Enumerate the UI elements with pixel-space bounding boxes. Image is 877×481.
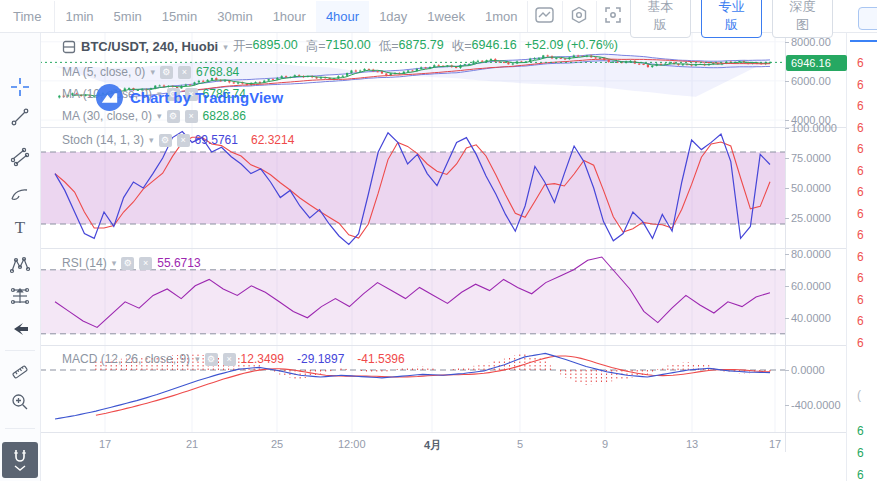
orderbook-ask-row[interactable]: 6 [857, 314, 864, 328]
screenshot-button[interactable] [596, 1, 630, 32]
time-tick: 13 [686, 438, 698, 450]
trend-line-tool[interactable] [10, 107, 30, 127]
rsi-tick: 60.0000 [791, 280, 831, 292]
xabcd-pattern-tool[interactable] [10, 255, 30, 275]
indicator-icon [535, 7, 554, 26]
depth-view-button[interactable]: 深度图 [772, 0, 833, 38]
macd-settings-button[interactable]: ⚙ [205, 353, 218, 366]
orderbook-bid-row[interactable]: 6 [857, 468, 864, 481]
ma30-value: 6828.86 [203, 109, 246, 123]
rsi-tick: 80.0000 [791, 248, 831, 260]
orderbook-ask-row[interactable]: 6 [857, 250, 864, 264]
time-tick: 21 [186, 438, 198, 450]
orderbook-ask-row[interactable]: 6 [857, 207, 864, 221]
high-value: 7150.00 [326, 38, 371, 55]
stoch-tick: 100.0000 [791, 122, 837, 134]
measure-tool[interactable] [10, 362, 30, 382]
time-axis-border [40, 432, 846, 433]
timeframe-5min[interactable]: 5min [104, 1, 152, 32]
chart-style-icon[interactable] [62, 40, 76, 54]
forecast-tool[interactable] [10, 286, 30, 306]
macd-tick: 0.0000 [791, 364, 825, 376]
macd-label: MACD (12, 26, close, 9) [62, 352, 190, 366]
orderbook-ask-row[interactable]: 6 [857, 164, 864, 178]
dropdown-caret-icon[interactable]: ▾ [157, 111, 162, 121]
timeframe-1mon[interactable]: 1mon [475, 1, 528, 32]
macd-signal-value: -41.5396 [357, 352, 404, 366]
orderbook-divider[interactable]: ( [857, 388, 861, 402]
macd-hist-value: 12.3499 [241, 352, 284, 366]
orderbook-ask-row[interactable]: 6 [857, 56, 864, 70]
ma5-legend: MA (5, close, 0) ▾ ⚙ × 6768.84 [62, 65, 239, 79]
orderbook-ask-row[interactable]: 6 [857, 228, 864, 242]
dropdown-caret-icon[interactable]: ▾ [150, 67, 155, 77]
timeframe-1day[interactable]: 1day [369, 1, 417, 32]
orderbook-ask-row[interactable]: 6 [857, 121, 864, 135]
text-tool[interactable]: T [10, 217, 30, 237]
ma30-legend: MA (30, close, 0) ▾ ⚙ × 6828.86 [62, 109, 246, 123]
orderbook-bid-row[interactable]: 6 [857, 424, 864, 438]
dropdown-caret-icon[interactable]: ▾ [223, 42, 228, 52]
strip-tab-underline [850, 40, 877, 42]
stoch-settings-button[interactable]: ⚙ [159, 134, 172, 147]
drawing-tools-sidebar: T [0, 32, 41, 481]
zoom-in-tool[interactable] [10, 392, 30, 412]
orderbook-ask-row[interactable]: 6 [857, 336, 864, 350]
tradingview-watermark[interactable]: Chart by TradingView [96, 84, 283, 111]
rsi-remove-button[interactable]: × [139, 257, 152, 270]
stoch-d-value: 62.3214 [251, 133, 294, 147]
ma30-remove-button[interactable]: × [185, 110, 198, 123]
time-tick: 5 [517, 438, 523, 450]
timeframe-1min[interactable]: 1min [55, 1, 103, 32]
rsi-value: 55.6713 [157, 256, 200, 270]
crosshair-icon [10, 77, 30, 97]
time-tick-month: 4月 [424, 438, 441, 453]
text-icon: T [10, 217, 30, 237]
top-toolbar: Time 1min 5min 15min 30min 1hour 4hour 1… [0, 0, 877, 33]
tradingview-logo-icon [96, 84, 123, 111]
orderbook-ask-row[interactable]: 6 [857, 99, 864, 113]
settings-button[interactable] [562, 1, 596, 32]
clipped-panel-button[interactable] [858, 7, 877, 30]
timeframe-15min[interactable]: 15min [152, 1, 207, 32]
time-tick: 25 [271, 438, 283, 450]
brush-tool[interactable] [10, 184, 30, 204]
orderbook-bid-row[interactable]: 6 [857, 446, 864, 460]
sidebar-divider [5, 350, 35, 351]
basic-view-button[interactable]: 基本版 [630, 0, 691, 38]
macd-remove-button[interactable]: × [223, 353, 236, 366]
orderbook-ask-row[interactable]: 6 [857, 293, 864, 307]
orderbook-ask-row[interactable]: 6 [857, 78, 864, 92]
screenshot-icon [604, 6, 622, 27]
orderbook-ask-row[interactable]: 6 [857, 142, 864, 156]
dropdown-caret-icon[interactable]: ▾ [112, 258, 117, 268]
dropdown-caret-icon[interactable]: ▾ [149, 135, 154, 145]
panel-divider[interactable] [40, 127, 846, 128]
panel-divider[interactable] [40, 345, 846, 346]
collapse-toolbar-button[interactable] [10, 319, 30, 339]
stoch-remove-button[interactable]: × [177, 134, 190, 147]
dropdown-caret-icon[interactable]: ▾ [195, 354, 200, 364]
pro-view-button[interactable]: 专业版 [701, 0, 762, 38]
fib-channel-tool[interactable] [10, 147, 30, 167]
stoch-tick: 75.0000 [791, 152, 831, 164]
timeframe-1hour[interactable]: 1hour [263, 1, 316, 32]
timeframe-30min[interactable]: 30min [207, 1, 262, 32]
ma5-settings-button[interactable]: ⚙ [160, 66, 173, 79]
open-label: 开= [233, 38, 253, 55]
ma30-settings-button[interactable]: ⚙ [167, 110, 180, 123]
timeframe-1week[interactable]: 1week [417, 1, 475, 32]
orderbook-ask-row[interactable]: 6 [857, 271, 864, 285]
magnet-icon [11, 449, 29, 465]
crosshair-tool[interactable] [10, 77, 30, 97]
panel-divider[interactable] [40, 248, 846, 249]
xabcd-pattern-icon [10, 255, 30, 275]
rsi-settings-button[interactable]: ⚙ [121, 257, 134, 270]
symbol-title[interactable]: BTC/USDT, 240, Huobi [81, 39, 218, 54]
stoch-legend: Stoch (14, 1, 3) ▾ ⚙ × 69.5761 62.3214 [62, 133, 294, 147]
orderbook-ask-row[interactable]: 6 [857, 185, 864, 199]
ma5-remove-button[interactable]: × [178, 66, 191, 79]
timeframe-4hour[interactable]: 4hour [316, 1, 369, 32]
magnet-mode-button[interactable] [2, 442, 38, 478]
indicator-button[interactable] [527, 1, 561, 32]
